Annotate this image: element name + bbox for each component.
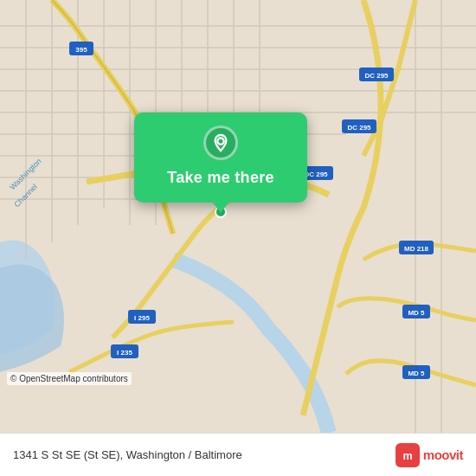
svg-text:DC 295: DC 295 bbox=[364, 72, 389, 80]
svg-text:DC 295: DC 295 bbox=[347, 124, 371, 132]
moovit-label: moovit bbox=[423, 447, 463, 462]
location-pin-icon bbox=[203, 125, 238, 160]
map-svg: Washington Channel 395 DC 295 DC 295 DC … bbox=[0, 0, 476, 433]
take-me-there-button[interactable]: Take me there bbox=[167, 169, 274, 187]
moovit-logo: m moovit bbox=[396, 443, 463, 467]
moovit-icon: m bbox=[396, 443, 420, 467]
svg-text:MD 218: MD 218 bbox=[404, 245, 429, 253]
svg-text:I 235: I 235 bbox=[117, 349, 132, 357]
svg-text:m: m bbox=[402, 449, 412, 461]
svg-text:MD 5: MD 5 bbox=[408, 370, 425, 377]
svg-text:I 295: I 295 bbox=[134, 314, 150, 322]
svg-text:395: 395 bbox=[75, 46, 87, 54]
svg-text:DC 295: DC 295 bbox=[304, 170, 328, 178]
bottom-bar: 1341 S St SE (St SE), Washington / Balti… bbox=[0, 433, 476, 476]
popup-card: Take me there bbox=[134, 113, 307, 203]
map-container: Washington Channel 395 DC 295 DC 295 DC … bbox=[0, 0, 476, 433]
svg-text:MD 5: MD 5 bbox=[408, 309, 425, 317]
popup-tail bbox=[212, 202, 229, 213]
osm-attribution: © OpenStreetMap contributors bbox=[7, 372, 132, 385]
svg-point-45 bbox=[217, 138, 223, 145]
address-text: 1341 S St SE (St SE), Washington / Balti… bbox=[13, 448, 396, 461]
